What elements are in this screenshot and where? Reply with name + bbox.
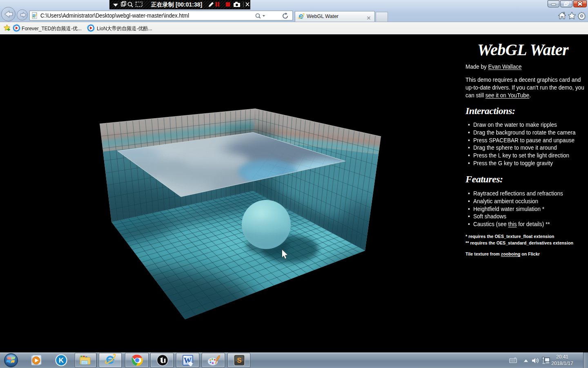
svg-text:S: S bbox=[237, 357, 241, 364]
svg-text:K: K bbox=[59, 357, 64, 364]
svg-text:正在录制 [00:01:38]: 正在录制 [00:01:38] bbox=[151, 1, 202, 8]
